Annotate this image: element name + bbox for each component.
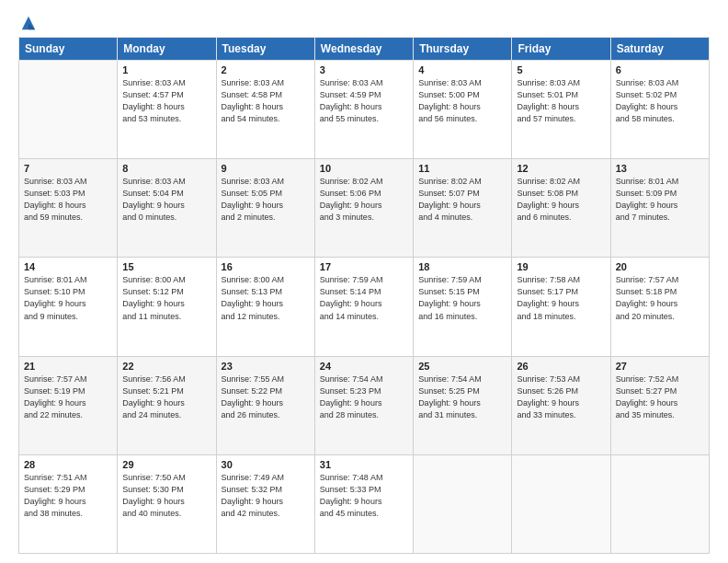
day-number: 11 (418, 163, 506, 174)
weekday-header-sunday: Sunday (19, 38, 118, 61)
day-info: Sunrise: 7:51 AMSunset: 5:29 PMDaylight:… (24, 472, 112, 520)
day-number: 28 (24, 459, 112, 470)
day-cell: 2Sunrise: 8:03 AMSunset: 4:58 PMDaylight… (216, 61, 314, 159)
day-cell: 21Sunrise: 7:57 AMSunset: 5:19 PMDayligh… (19, 356, 118, 454)
day-info: Sunrise: 8:03 AMSunset: 5:05 PMDaylight:… (222, 176, 310, 224)
day-cell (414, 454, 512, 553)
day-number: 12 (517, 163, 605, 174)
day-info: Sunrise: 8:03 AMSunset: 5:03 PMDaylight:… (24, 176, 112, 224)
day-cell: 26Sunrise: 7:53 AMSunset: 5:26 PMDayligh… (512, 356, 610, 454)
day-cell: 8Sunrise: 8:03 AMSunset: 5:04 PMDaylight… (118, 159, 216, 258)
day-number: 3 (320, 64, 408, 75)
day-info: Sunrise: 7:58 AMSunset: 5:17 PMDaylight:… (517, 274, 605, 322)
day-info: Sunrise: 8:02 AMSunset: 5:07 PMDaylight:… (418, 176, 506, 224)
day-number: 10 (320, 163, 408, 174)
weekday-header-thursday: Thursday (414, 38, 512, 61)
day-cell: 19Sunrise: 7:58 AMSunset: 5:17 PMDayligh… (512, 258, 610, 356)
day-info: Sunrise: 8:03 AMSunset: 5:00 PMDaylight:… (418, 77, 506, 125)
day-number: 30 (222, 459, 310, 470)
day-info: Sunrise: 7:54 AMSunset: 5:25 PMDaylight:… (418, 373, 506, 421)
day-cell: 30Sunrise: 7:49 AMSunset: 5:32 PMDayligh… (216, 454, 314, 553)
day-cell: 28Sunrise: 7:51 AMSunset: 5:29 PMDayligh… (19, 454, 118, 553)
logo (18, 15, 37, 28)
day-info: Sunrise: 8:03 AMSunset: 4:58 PMDaylight:… (222, 77, 310, 125)
weekday-header-monday: Monday (118, 38, 216, 61)
day-info: Sunrise: 7:59 AMSunset: 5:14 PMDaylight:… (320, 274, 408, 322)
day-info: Sunrise: 8:00 AMSunset: 5:12 PMDaylight:… (122, 274, 210, 322)
day-info: Sunrise: 7:53 AMSunset: 5:26 PMDaylight:… (517, 373, 605, 421)
day-info: Sunrise: 7:59 AMSunset: 5:15 PMDaylight:… (418, 274, 506, 322)
day-cell: 11Sunrise: 8:02 AMSunset: 5:07 PMDayligh… (414, 159, 512, 258)
day-info: Sunrise: 8:00 AMSunset: 5:13 PMDaylight:… (222, 274, 310, 322)
day-number: 19 (517, 261, 605, 272)
day-info: Sunrise: 8:02 AMSunset: 5:06 PMDaylight:… (320, 176, 408, 224)
logo-icon (20, 15, 37, 31)
day-number: 20 (616, 261, 704, 272)
day-cell: 20Sunrise: 7:57 AMSunset: 5:18 PMDayligh… (610, 258, 709, 356)
week-row-4: 21Sunrise: 7:57 AMSunset: 5:19 PMDayligh… (19, 356, 710, 454)
day-info: Sunrise: 8:03 AMSunset: 4:57 PMDaylight:… (122, 77, 210, 125)
day-info: Sunrise: 7:48 AMSunset: 5:33 PMDaylight:… (320, 472, 408, 520)
day-cell (19, 61, 118, 159)
day-info: Sunrise: 8:01 AMSunset: 5:10 PMDaylight:… (24, 274, 112, 322)
page: SundayMondayTuesdayWednesdayThursdayFrid… (0, 0, 728, 563)
week-row-3: 14Sunrise: 8:01 AMSunset: 5:10 PMDayligh… (19, 258, 710, 356)
day-number: 17 (320, 261, 408, 272)
day-number: 26 (517, 361, 605, 372)
week-row-5: 28Sunrise: 7:51 AMSunset: 5:29 PMDayligh… (19, 454, 710, 553)
day-cell: 25Sunrise: 7:54 AMSunset: 5:25 PMDayligh… (414, 356, 512, 454)
day-info: Sunrise: 7:57 AMSunset: 5:18 PMDaylight:… (616, 274, 704, 322)
day-number: 21 (24, 361, 112, 372)
day-number: 15 (122, 261, 210, 272)
day-cell: 5Sunrise: 8:03 AMSunset: 5:01 PMDaylight… (512, 61, 610, 159)
weekday-header-friday: Friday (512, 38, 610, 61)
day-cell: 9Sunrise: 8:03 AMSunset: 5:05 PMDaylight… (216, 159, 314, 258)
day-info: Sunrise: 8:03 AMSunset: 4:59 PMDaylight:… (320, 77, 408, 125)
day-number: 8 (122, 163, 210, 174)
day-number: 16 (222, 261, 310, 272)
header (18, 15, 710, 28)
day-info: Sunrise: 8:03 AMSunset: 5:04 PMDaylight:… (122, 176, 210, 224)
day-cell: 6Sunrise: 8:03 AMSunset: 5:02 PMDaylight… (610, 61, 709, 159)
day-cell: 4Sunrise: 8:03 AMSunset: 5:00 PMDaylight… (414, 61, 512, 159)
day-cell: 12Sunrise: 8:02 AMSunset: 5:08 PMDayligh… (512, 159, 610, 258)
day-info: Sunrise: 8:02 AMSunset: 5:08 PMDaylight:… (517, 176, 605, 224)
day-info: Sunrise: 7:49 AMSunset: 5:32 PMDaylight:… (222, 472, 310, 520)
day-number: 6 (616, 64, 704, 75)
day-info: Sunrise: 7:55 AMSunset: 5:22 PMDaylight:… (222, 373, 310, 421)
day-info: Sunrise: 7:56 AMSunset: 5:21 PMDaylight:… (122, 373, 210, 421)
day-number: 31 (320, 459, 408, 470)
day-cell: 22Sunrise: 7:56 AMSunset: 5:21 PMDayligh… (118, 356, 216, 454)
day-cell: 18Sunrise: 7:59 AMSunset: 5:15 PMDayligh… (414, 258, 512, 356)
day-number: 22 (122, 361, 210, 372)
day-number: 14 (24, 261, 112, 272)
day-info: Sunrise: 7:54 AMSunset: 5:23 PMDaylight:… (320, 373, 408, 421)
day-info: Sunrise: 7:57 AMSunset: 5:19 PMDaylight:… (24, 373, 112, 421)
day-cell: 27Sunrise: 7:52 AMSunset: 5:27 PMDayligh… (610, 356, 709, 454)
day-number: 2 (222, 64, 310, 75)
day-info: Sunrise: 8:01 AMSunset: 5:09 PMDaylight:… (616, 176, 704, 224)
day-info: Sunrise: 7:52 AMSunset: 5:27 PMDaylight:… (616, 373, 704, 421)
day-info: Sunrise: 8:03 AMSunset: 5:02 PMDaylight:… (616, 77, 704, 125)
day-cell (610, 454, 709, 553)
day-cell: 1Sunrise: 8:03 AMSunset: 4:57 PMDaylight… (118, 61, 216, 159)
day-cell: 10Sunrise: 8:02 AMSunset: 5:06 PMDayligh… (314, 159, 413, 258)
day-number: 25 (418, 361, 506, 372)
day-number: 24 (320, 361, 408, 372)
day-cell: 17Sunrise: 7:59 AMSunset: 5:14 PMDayligh… (314, 258, 413, 356)
day-number: 5 (517, 64, 605, 75)
day-number: 13 (616, 163, 704, 174)
day-cell: 24Sunrise: 7:54 AMSunset: 5:23 PMDayligh… (314, 356, 413, 454)
weekday-header-wednesday: Wednesday (314, 38, 413, 61)
day-number: 23 (222, 361, 310, 372)
week-row-1: 1Sunrise: 8:03 AMSunset: 4:57 PMDaylight… (19, 61, 710, 159)
day-number: 27 (616, 361, 704, 372)
weekday-header-tuesday: Tuesday (216, 38, 314, 61)
day-number: 9 (222, 163, 310, 174)
day-cell: 15Sunrise: 8:00 AMSunset: 5:12 PMDayligh… (118, 258, 216, 356)
day-number: 7 (24, 163, 112, 174)
day-cell: 29Sunrise: 7:50 AMSunset: 5:30 PMDayligh… (118, 454, 216, 553)
day-cell: 23Sunrise: 7:55 AMSunset: 5:22 PMDayligh… (216, 356, 314, 454)
day-cell: 7Sunrise: 8:03 AMSunset: 5:03 PMDaylight… (19, 159, 118, 258)
day-cell: 13Sunrise: 8:01 AMSunset: 5:09 PMDayligh… (610, 159, 709, 258)
